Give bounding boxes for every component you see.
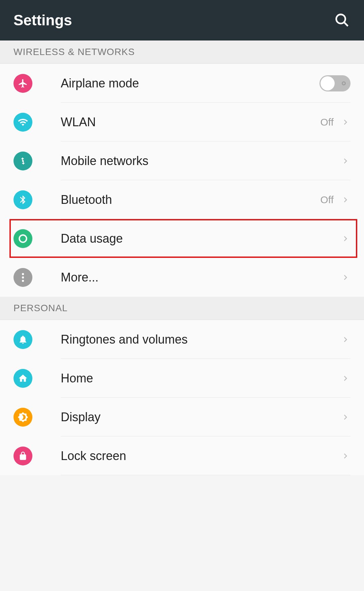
chevron-right-icon [340,272,351,283]
item-home[interactable]: Home [0,359,364,398]
svg-point-4 [22,276,24,278]
data-usage-icon [13,229,32,248]
item-label: Display [61,410,340,424]
item-label: Data usage [61,232,340,246]
brightness-icon [13,408,32,427]
airplane-icon [13,74,32,93]
svg-point-3 [22,273,24,275]
item-label: Lock screen [61,449,340,463]
toggle-knob [320,76,335,90]
item-more[interactable]: More... [0,258,364,297]
chevron-right-icon [340,451,351,461]
item-label: Bluetooth [61,193,320,207]
item-lock-screen[interactable]: Lock screen [0,436,364,475]
item-label: Ringtones and volumes [61,332,340,347]
list-wireless: Airplane mode WLAN Off Mobile networks B… [0,64,364,297]
divider [61,475,351,475]
item-mobile-networks[interactable]: Mobile networks [0,141,364,180]
item-data-usage[interactable]: Data usage [0,219,364,258]
chevron-right-icon [340,117,351,127]
chevron-right-icon [340,334,351,345]
search-icon [334,12,350,28]
item-status: Off [320,194,334,206]
airplane-toggle[interactable] [319,75,351,91]
item-label: Airplane mode [61,76,319,90]
section-header-wireless: WIRELESS & NETWORKS [0,41,364,64]
chevron-right-icon [340,373,351,383]
item-label: Mobile networks [61,154,340,168]
lock-icon [13,447,32,465]
bluetooth-icon [13,190,32,209]
item-ringtones[interactable]: Ringtones and volumes [0,320,364,359]
chevron-right-icon [340,412,351,422]
svg-point-2 [19,235,26,242]
item-label: WLAN [61,115,320,129]
toggle-dot [342,81,346,85]
item-status: Off [320,116,334,128]
home-icon [13,369,32,388]
highlight-box: Data usage [0,219,364,258]
chevron-right-icon [340,156,351,166]
wifi-icon [13,113,32,132]
mobile-networks-icon [13,152,32,170]
item-wlan[interactable]: WLAN Off [0,103,364,141]
page-title: Settings [13,12,72,29]
chevron-right-icon [340,234,351,244]
item-label: Home [61,371,340,385]
svg-point-0 [336,15,345,24]
svg-line-1 [344,22,348,26]
item-label: More... [61,270,340,285]
search-button[interactable] [334,12,351,29]
item-display[interactable]: Display [0,398,364,436]
chevron-right-icon [340,195,351,205]
item-bluetooth[interactable]: Bluetooth Off [0,180,364,219]
svg-point-5 [22,279,24,281]
bell-icon [13,330,32,349]
app-header: Settings [0,0,364,41]
more-icon [13,268,32,287]
section-header-personal: PERSONAL [0,297,364,320]
item-airplane-mode[interactable]: Airplane mode [0,64,364,103]
list-personal: Ringtones and volumes Home Display Lock … [0,320,364,475]
